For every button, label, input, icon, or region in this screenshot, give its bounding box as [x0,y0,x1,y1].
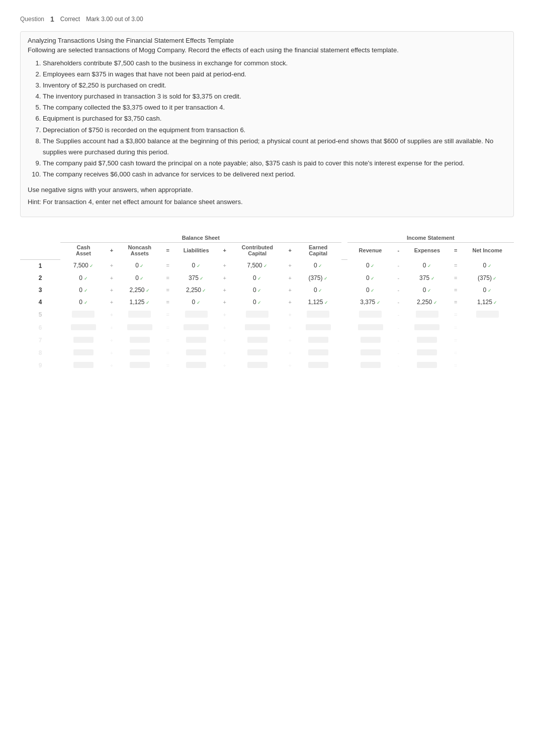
table-row: 40 ✓+1,125 ✓=0 ✓+0 ✓+1,125 ✓3,375 ✓-2,25… [20,296,514,308]
operator-cell: + [220,259,230,272]
operator-cell: + [285,308,295,322]
operator-cell: - [393,272,403,284]
operator-eq2: = [451,243,461,260]
table-row: 17,500 ✓+0 ✓=0 ✓+7,500 ✓+0 ✓0 ✓-0 ✓=0 ✓ [20,259,514,272]
table-cell: 3,375 ✓ [347,296,394,308]
list-item: The company paid $7,500 cash toward the … [43,158,506,169]
col-earned: EarnedCapital [295,243,341,260]
table-cell: 7,500 ✓ [60,259,107,272]
table-cell: 7,500 ✓ [230,259,285,272]
table-row-blurred: 7+=++-= [20,334,514,347]
table-cell: 0 ✓ [173,259,220,272]
operator-cell: = [451,259,461,272]
col-net-income: Net Income [461,243,514,260]
instructions-line1: Use negative signs with your answers, wh… [28,185,506,195]
operator-cell: - [393,259,403,272]
operator-cell: + [285,296,295,308]
operator-cell: = [163,308,173,322]
operator-cell: = [163,296,173,308]
table-cell: 0 ✓ [461,284,514,296]
table-row-blurred: 6+=++-= [20,322,514,334]
table-cell: 0 ✓ [230,284,285,296]
table-cell [403,308,451,322]
operator-cell: + [285,272,295,284]
col-liabilities: Liabilities [173,243,220,260]
table-cell: 0 ✓ [60,272,107,284]
operator-cell: + [220,296,230,308]
balance-sheet-header: Balance Sheet [60,232,341,243]
question-status: Correct [60,16,80,23]
table-cell [60,308,107,322]
financial-table: Balance Sheet Income Statement CashAsset… [20,232,514,372]
hint-text: Hint: For transaction 4, enter net effec… [28,197,506,207]
table-wrapper: Balance Sheet Income Statement CashAsset… [20,232,514,372]
operator-cell: + [107,296,117,308]
table-cell: 0 ✓ [347,259,394,272]
operator-eq1: = [163,243,173,260]
table-cell: 0 ✓ [403,284,451,296]
question-label: Question [20,16,44,23]
table-cell: 0 ✓ [295,259,341,272]
table-cell: 0 ✓ [295,284,341,296]
operator-cell: = [163,259,173,272]
operator-cell: - [393,296,403,308]
list-item: Inventory of $2,250 is purchased on cred… [43,80,506,91]
problem-subtitle: Following are selected transactions of M… [28,46,506,54]
operator-cell: + [107,259,117,272]
table-cell: 1,125 ✓ [295,296,341,308]
table-cell: 1,125 ✓ [117,296,163,308]
operator-cell: + [285,259,295,272]
list-item: The company receives $6,000 cash in adva… [43,169,506,180]
list-item: The company collected the $3,375 owed to… [43,102,506,113]
table-cell: 0 ✓ [60,284,107,296]
operator-cell: - [393,284,403,296]
table-cell [461,308,514,322]
list-item: The Supplies account had a $3,800 balanc… [43,136,506,158]
list-item: Employees earn $375 in wages that have n… [43,69,506,80]
col-expenses: Expenses [403,243,451,260]
table-cell: (375) ✓ [461,272,514,284]
problem-section: Analyzing Transactions Using the Financi… [20,31,514,217]
table-cell: 0 ✓ [117,259,163,272]
table-row: 5+=++-= [20,308,514,322]
col-noncash: NoncashAssets [117,243,163,260]
transaction-label: 4 [20,296,60,308]
table-cell: 2,250 ✓ [403,296,451,308]
table-cell: 0 ✓ [347,284,394,296]
table-cell [295,308,341,322]
question-mark: Mark 3.00 out of 3.00 [86,16,143,23]
col-cash-asset: CashAsset [60,243,107,260]
hint-section: Use negative signs with your answers, wh… [28,185,506,207]
table-cell: 0 ✓ [403,259,451,272]
table-row: 20 ✓+0 ✓=375 ✓+0 ✓+(375) ✓0 ✓-375 ✓=(375… [20,272,514,284]
table-cell: 0 ✓ [60,296,107,308]
table-cell [230,308,285,322]
table-cell: 1,125 ✓ [461,296,514,308]
table-cell: 0 ✓ [347,272,394,284]
question-header: Question 1 Correct Mark 3.00 out of 3.00 [20,15,514,23]
operator-cell: + [220,284,230,296]
operator-cell: = [451,272,461,284]
operator-cell: - [393,308,403,322]
operator-cell: = [163,284,173,296]
transaction-label: 3 [20,284,60,296]
col-contributed: ContributedCapital [230,243,285,260]
table-cell [347,308,394,322]
operator-minus1: - [393,243,403,260]
table-cell: 375 ✓ [403,272,451,284]
col-header-transaction [20,232,60,259]
operator-cell: + [285,284,295,296]
table-cell: 0 ✓ [461,259,514,272]
transaction-list: Shareholders contribute $7,500 cash to t… [43,58,506,180]
operator-cell: + [220,308,230,322]
transaction-label: 5 [20,308,60,322]
table-row: 30 ✓+2,250 ✓=2,250 ✓+0 ✓+0 ✓0 ✓-0 ✓=0 ✓ [20,284,514,296]
operator-plus3: + [285,243,295,260]
operator-cell: + [107,308,117,322]
table-cell [173,308,220,322]
problem-title: Analyzing Transactions Using the Financi… [28,37,506,44]
transaction-label: 2 [20,272,60,284]
table-cell: 0 ✓ [230,272,285,284]
operator-cell: + [107,284,117,296]
list-item: Depreciation of $750 is recorded on the … [43,125,506,136]
